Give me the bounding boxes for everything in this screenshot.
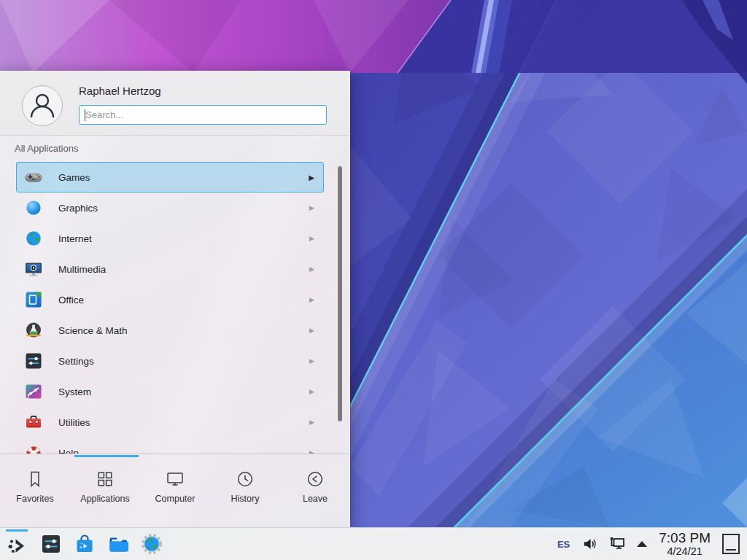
category-label: Internet bbox=[58, 233, 92, 244]
category-row-utilities[interactable]: Utilities ▶ bbox=[16, 407, 324, 438]
shopping-bag-icon bbox=[74, 533, 96, 555]
category-row-games[interactable]: Games ▶ bbox=[16, 162, 324, 192]
tab-label: Applications bbox=[80, 494, 129, 504]
sphere-icon bbox=[24, 198, 43, 217]
category-row-graphics[interactable]: Graphics ▶ bbox=[16, 192, 324, 223]
monitor-icon bbox=[165, 469, 185, 489]
tab-label: Favorites bbox=[16, 494, 53, 504]
category-label: Office bbox=[58, 295, 84, 306]
scrollbar-thumb[interactable] bbox=[338, 166, 342, 421]
file-manager-button[interactable] bbox=[106, 532, 131, 556]
globe-icon bbox=[24, 229, 43, 248]
user-avatar-icon bbox=[22, 85, 63, 126]
submenu-arrow-icon: ▶ bbox=[309, 174, 323, 182]
category-label: Graphics bbox=[58, 203, 98, 214]
gamepad-icon bbox=[24, 168, 43, 187]
submenu-arrow-icon: ▶ bbox=[309, 357, 323, 365]
monitor-play-icon bbox=[24, 260, 43, 279]
category-row-science[interactable]: Science & Math ▶ bbox=[16, 315, 324, 346]
clock-time: 7:03 PM bbox=[659, 531, 711, 545]
tab-label: Leave bbox=[303, 494, 328, 504]
section-label: All Applications bbox=[15, 143, 78, 154]
lifebuoy-icon bbox=[24, 443, 43, 454]
logout-icon bbox=[305, 469, 325, 489]
submenu-arrow-icon: ▶ bbox=[309, 204, 323, 211]
submenu-arrow-icon: ▶ bbox=[309, 235, 323, 242]
category-row-internet[interactable]: Internet ▶ bbox=[16, 223, 324, 254]
tab-leave[interactable]: Leave bbox=[280, 458, 350, 527]
category-list: Games ▶ Graphics ▶ Internet ▶ bbox=[0, 162, 350, 454]
application-launcher-menu: Raphael Hertzog All Applications Games ▶ bbox=[0, 71, 350, 527]
category-label: Science & Math bbox=[58, 325, 128, 336]
grid-icon bbox=[95, 469, 115, 489]
tab-label: History bbox=[231, 494, 260, 504]
clock-icon bbox=[235, 469, 255, 489]
bookmark-icon bbox=[25, 469, 45, 489]
document-icon bbox=[24, 290, 43, 309]
sliders-icon bbox=[40, 533, 62, 555]
divider bbox=[0, 454, 350, 454]
web-browser-button[interactable] bbox=[139, 532, 164, 556]
submenu-arrow-icon: ▶ bbox=[309, 296, 323, 303]
submenu-arrow-icon: ▶ bbox=[309, 327, 323, 334]
expand-arrow-icon[interactable] bbox=[637, 541, 647, 547]
user-name: Raphael Hertzog bbox=[79, 85, 161, 97]
text-caret bbox=[85, 109, 85, 121]
launcher-tabbar: Favorites Applications Computer History bbox=[0, 458, 350, 527]
taskbar-panel: ES 7:03 PM 4/24/21 bbox=[0, 527, 747, 560]
taskbar-apps bbox=[5, 528, 173, 560]
system-sliders-icon bbox=[24, 382, 43, 401]
submenu-arrow-icon: ▶ bbox=[309, 265, 323, 273]
flask-icon bbox=[24, 321, 43, 340]
clock-date: 4/24/21 bbox=[667, 545, 702, 557]
category-label: Multimedia bbox=[58, 264, 106, 275]
category-label: System bbox=[58, 386, 91, 397]
category-label: Games bbox=[58, 172, 90, 183]
keyboard-layout-indicator[interactable]: ES bbox=[557, 539, 570, 550]
folder-icon bbox=[107, 533, 129, 555]
volume-icon[interactable] bbox=[582, 536, 598, 552]
system-tray: ES 7:03 PM 4/24/21 bbox=[557, 528, 740, 560]
submenu-arrow-icon: ▶ bbox=[309, 419, 323, 426]
digital-clock[interactable]: 7:03 PM 4/24/21 bbox=[659, 531, 711, 557]
category-label: Utilities bbox=[58, 417, 90, 428]
category-row-help[interactable]: Help ▶ bbox=[16, 438, 324, 454]
launcher-header: Raphael Hertzog bbox=[0, 71, 350, 136]
desktop: { "colors":{"accent":"#3daee9","selectio… bbox=[0, 0, 747, 560]
kde-kicker-icon bbox=[7, 535, 28, 557]
submenu-arrow-icon: ▶ bbox=[309, 388, 323, 395]
toolbox-icon bbox=[24, 413, 43, 432]
active-task-indicator bbox=[6, 529, 28, 532]
app-launcher-button[interactable] bbox=[5, 534, 30, 559]
category-row-office[interactable]: Office ▶ bbox=[16, 284, 324, 315]
search-input[interactable] bbox=[79, 105, 327, 125]
tab-label: Computer bbox=[155, 494, 196, 504]
category-row-system[interactable]: System ▶ bbox=[16, 376, 324, 407]
discover-button[interactable] bbox=[72, 532, 97, 556]
active-tab-indicator bbox=[74, 455, 139, 457]
tab-computer[interactable]: Computer bbox=[140, 458, 210, 527]
category-row-settings[interactable]: Settings ▶ bbox=[16, 346, 324, 376]
category-label: Settings bbox=[58, 356, 94, 367]
tab-history[interactable]: History bbox=[210, 458, 280, 527]
tab-applications[interactable]: Applications bbox=[70, 458, 140, 527]
show-desktop-button[interactable] bbox=[722, 534, 740, 554]
sliders-icon bbox=[24, 351, 43, 370]
tab-favorites[interactable]: Favorites bbox=[0, 458, 70, 527]
category-row-multimedia[interactable]: Multimedia ▶ bbox=[16, 254, 324, 284]
network-icon[interactable] bbox=[608, 535, 627, 553]
system-settings-button[interactable] bbox=[39, 532, 63, 556]
globe-gear-icon bbox=[141, 533, 163, 555]
category-label: Help bbox=[58, 448, 79, 454]
